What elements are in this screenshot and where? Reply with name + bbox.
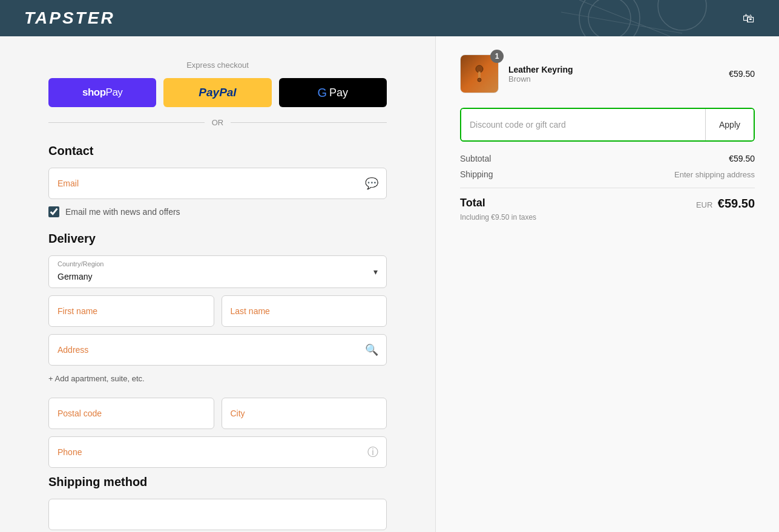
city-input[interactable] — [222, 398, 387, 429]
shipping-method-section: Shipping method — [48, 475, 387, 530]
cart-icon[interactable]: 🛍 — [743, 11, 755, 25]
shipping-row: Shipping Enter shipping address — [460, 169, 755, 179]
contact-title: Contact — [48, 144, 387, 158]
shipping-label: Shipping — [460, 169, 493, 179]
express-checkout-label: Express checkout — [48, 61, 387, 70]
product-image-wrapper: 1 — [460, 54, 499, 93]
total-right: EUR €59.50 — [696, 197, 755, 211]
phone-input[interactable] — [48, 436, 387, 468]
site-logo: TAPSTER — [24, 8, 115, 28]
g-pay-text: Pay — [329, 87, 348, 99]
add-apartment-link[interactable]: + Add apartment, suite, etc. — [48, 373, 387, 390]
delivery-section: Delivery Country/Region Germany ▾ 🔍 — [48, 232, 387, 468]
postal-code-group — [48, 398, 214, 429]
postal-city-row — [48, 398, 387, 436]
phone-field-group: ⓘ — [48, 436, 387, 468]
email-chat-icon: 💬 — [365, 177, 378, 190]
contact-section: Contact 💬 Email me with news and offers — [48, 144, 387, 217]
tax-note: Including €9.50 in taxes — [460, 213, 755, 222]
last-name-group — [222, 295, 387, 327]
subtotal-value: €59.50 — [729, 154, 755, 163]
country-label: Country/Region — [58, 260, 104, 268]
shipping-method-placeholder — [48, 499, 387, 530]
product-item: 1 Leather Keyring Brown €59.50 — [460, 54, 755, 93]
subtotal-row: Subtotal €59.50 — [460, 154, 755, 163]
svg-point-2 — [658, 0, 706, 30]
city-group — [222, 398, 387, 429]
newsletter-label: Email me with news and offers — [65, 207, 180, 217]
paypal-button[interactable]: PayPal — [163, 78, 271, 107]
subtotal-label: Subtotal — [460, 154, 491, 163]
or-divider: OR — [48, 118, 387, 127]
total-currency: EUR — [696, 200, 712, 209]
name-row — [48, 295, 387, 334]
shipping-value: Enter shipping address — [674, 170, 755, 179]
discount-input[interactable] — [461, 109, 705, 140]
product-price: €59.50 — [729, 69, 755, 79]
summary-divider — [460, 188, 755, 188]
email-field-group: 💬 — [48, 168, 387, 199]
email-input[interactable] — [48, 168, 387, 199]
first-name-group — [48, 295, 214, 327]
total-row: Total EUR €59.50 — [460, 197, 755, 211]
address-search-icon: 🔍 — [365, 343, 378, 356]
phone-help-icon: ⓘ — [367, 445, 378, 459]
product-name: Leather Keyring — [508, 65, 719, 74]
keyring-svg — [468, 63, 490, 85]
first-name-input[interactable] — [48, 295, 214, 327]
shoppay-button[interactable]: shopPay — [48, 78, 156, 107]
header: TAPSTER 🛍 — [0, 0, 779, 36]
country-region-group: Country/Region Germany ▾ — [48, 255, 387, 288]
express-checkout-section: Express checkout shopPay PayPal G Pay O — [48, 61, 387, 127]
product-quantity-badge: 1 — [490, 50, 504, 63]
discount-code-section: Apply — [460, 108, 755, 142]
total-amount: €59.50 — [718, 197, 755, 210]
address-input[interactable] — [48, 334, 387, 366]
delivery-title: Delivery — [48, 232, 387, 246]
last-name-input[interactable] — [222, 295, 387, 327]
newsletter-checkbox-row: Email me with news and offers — [48, 206, 387, 217]
address-field-group: 🔍 — [48, 334, 387, 366]
total-label: Total — [460, 197, 485, 209]
gpay-button[interactable]: G Pay — [279, 78, 387, 107]
newsletter-checkbox[interactable] — [48, 206, 59, 217]
express-buttons: shopPay PayPal G Pay — [48, 78, 387, 107]
g-blue: G — [318, 86, 327, 100]
left-panel: Express checkout shopPay PayPal G Pay O — [0, 36, 436, 532]
paypal-label: PayPal — [199, 86, 236, 99]
order-summary: Subtotal €59.50 Shipping Enter shipping … — [460, 154, 755, 222]
product-variant: Brown — [508, 74, 719, 84]
header-pattern — [561, 0, 743, 36]
product-info: Leather Keyring Brown — [508, 65, 719, 84]
apply-button[interactable]: Apply — [705, 109, 754, 140]
svg-point-7 — [478, 78, 481, 82]
main-container: Express checkout shopPay PayPal G Pay O — [0, 36, 779, 532]
gpay-label: G Pay — [318, 86, 349, 100]
or-text: OR — [212, 118, 224, 127]
postal-code-input[interactable] — [48, 398, 214, 429]
shipping-method-title: Shipping method — [48, 475, 387, 489]
right-panel: 1 Leather Keyring Brown €59.50 Apply Sub… — [436, 36, 779, 532]
shoppay-label: shopPay — [82, 87, 122, 99]
